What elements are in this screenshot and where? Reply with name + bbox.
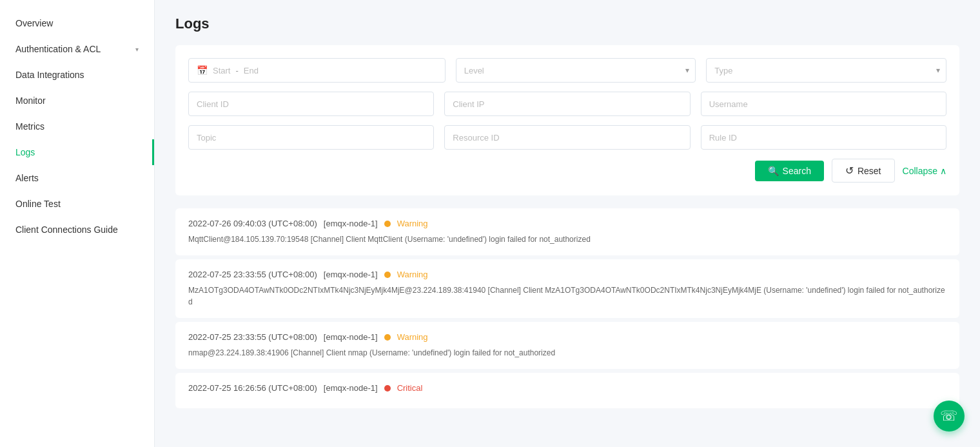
- log-header: 2022-07-25 23:33:55 (UTC+08:00)[emqx-nod…: [188, 332, 946, 342]
- sidebar-item-label: Logs: [15, 147, 35, 157]
- log-level-label: Warning: [397, 219, 428, 228]
- log-timestamp: 2022-07-26 09:40:03 (UTC+08:00): [188, 219, 317, 228]
- filter-section: 📅 Start - End Level Warning Critical Err…: [175, 45, 959, 195]
- username-input[interactable]: [701, 92, 946, 116]
- filter-row-2: [188, 92, 946, 116]
- sidebar-item-overview[interactable]: Overview: [0, 10, 154, 36]
- sidebar: OverviewAuthentication & ACL▾Data Integr…: [0, 0, 155, 447]
- date-end-placeholder: End: [244, 66, 259, 75]
- log-entry: 2022-07-25 23:33:55 (UTC+08:00)[emqx-nod…: [175, 259, 959, 318]
- log-header: 2022-07-25 23:33:55 (UTC+08:00)[emqx-nod…: [188, 270, 946, 279]
- type-select-wrapper: Type: [706, 58, 946, 83]
- log-level-label: Warning: [397, 332, 428, 342]
- sidebar-item-label: Data Integrations: [15, 70, 84, 80]
- collapse-button[interactable]: Collapse ∧: [903, 166, 946, 176]
- resource-id-input[interactable]: [444, 125, 690, 150]
- sidebar-item-auth-acl[interactable]: Authentication & ACL▾: [0, 36, 154, 62]
- log-level-label: Critical: [397, 383, 423, 393]
- log-timestamp: 2022-07-25 16:26:56 (UTC+08:00): [188, 383, 317, 393]
- sidebar-item-label: Authentication & ACL: [15, 44, 101, 54]
- client-ip-input[interactable]: [444, 92, 690, 116]
- search-icon: 🔍: [768, 166, 779, 176]
- search-button[interactable]: 🔍 Search: [755, 161, 824, 181]
- sidebar-item-label: Monitor: [15, 95, 46, 106]
- sidebar-item-client-connections-guide[interactable]: Client Connections Guide: [0, 217, 154, 243]
- log-list: 2022-07-26 09:40:03 (UTC+08:00)[emqx-nod…: [175, 208, 959, 411]
- log-timestamp: 2022-07-25 23:33:55 (UTC+08:00): [188, 332, 317, 342]
- calendar-icon: 📅: [197, 65, 208, 75]
- sidebar-item-online-test[interactable]: Online Test: [0, 191, 154, 217]
- sidebar-item-label: Overview: [15, 18, 53, 28]
- filter-row-1: 📅 Start - End Level Warning Critical Err…: [188, 58, 946, 83]
- collapse-chevron-icon: ∧: [940, 166, 946, 176]
- sidebar-item-monitor[interactable]: Monitor: [0, 88, 154, 114]
- page-title: Logs: [175, 15, 959, 32]
- log-node: [emqx-node-1]: [324, 383, 378, 393]
- rule-id-input[interactable]: [701, 125, 946, 150]
- client-id-input[interactable]: [188, 92, 434, 116]
- level-select-wrapper: Level Warning Critical Error Info: [456, 58, 696, 83]
- date-range-input[interactable]: 📅 Start - End: [188, 58, 446, 83]
- level-select[interactable]: Level Warning Critical Error Info: [456, 58, 696, 83]
- type-select[interactable]: Type: [706, 58, 946, 83]
- sidebar-item-label: Metrics: [15, 121, 44, 132]
- main-content: Logs 📅 Start - End Level Warning Critica…: [155, 0, 980, 447]
- log-level-dot: [384, 272, 391, 278]
- date-separator: -: [235, 66, 238, 75]
- log-timestamp: 2022-07-25 23:33:55 (UTC+08:00): [188, 270, 317, 279]
- reset-icon: ↺: [845, 164, 854, 177]
- log-level-label: Warning: [397, 270, 428, 279]
- reset-button[interactable]: ↺ Reset: [832, 159, 895, 183]
- log-level-dot: [384, 385, 391, 392]
- log-message: MzA1OTg3ODA4OTAwNTk0ODc2NTIxMTk4Njc3NjEy…: [188, 284, 946, 308]
- log-header: 2022-07-25 16:26:56 (UTC+08:00)[emqx-nod…: [188, 383, 946, 393]
- sidebar-item-label: Online Test: [15, 199, 61, 209]
- topic-input[interactable]: [188, 125, 434, 150]
- sidebar-item-data-integrations[interactable]: Data Integrations: [0, 62, 154, 88]
- sidebar-item-label: Alerts: [15, 173, 39, 183]
- log-level-dot: [384, 221, 391, 227]
- log-entry: 2022-07-25 23:33:55 (UTC+08:00)[emqx-nod…: [175, 322, 959, 369]
- log-header: 2022-07-26 09:40:03 (UTC+08:00)[emqx-nod…: [188, 219, 946, 228]
- log-entry: 2022-07-26 09:40:03 (UTC+08:00)[emqx-nod…: [175, 208, 959, 255]
- date-start-placeholder: Start: [213, 66, 230, 75]
- chevron-down-icon: ▾: [135, 46, 139, 53]
- log-message: nmap@23.224.189.38:41906 [Channel] Clien…: [188, 347, 946, 359]
- action-row: 🔍 Search ↺ Reset Collapse ∧: [188, 159, 946, 183]
- sidebar-item-alerts[interactable]: Alerts: [0, 165, 154, 191]
- log-message: MqttClient@184.105.139.70:19548 [Channel…: [188, 233, 946, 245]
- filter-row-3: [188, 125, 946, 150]
- sidebar-item-label: Client Connections Guide: [15, 224, 118, 235]
- log-entry: 2022-07-25 16:26:56 (UTC+08:00)[emqx-nod…: [175, 373, 959, 408]
- sidebar-item-metrics[interactable]: Metrics: [0, 114, 154, 139]
- log-node: [emqx-node-1]: [324, 332, 378, 342]
- log-node: [emqx-node-1]: [324, 219, 378, 228]
- fab-button[interactable]: ☏: [934, 401, 965, 432]
- log-level-dot: [384, 334, 391, 341]
- sidebar-item-logs[interactable]: Logs: [0, 139, 154, 165]
- log-node: [emqx-node-1]: [324, 270, 378, 279]
